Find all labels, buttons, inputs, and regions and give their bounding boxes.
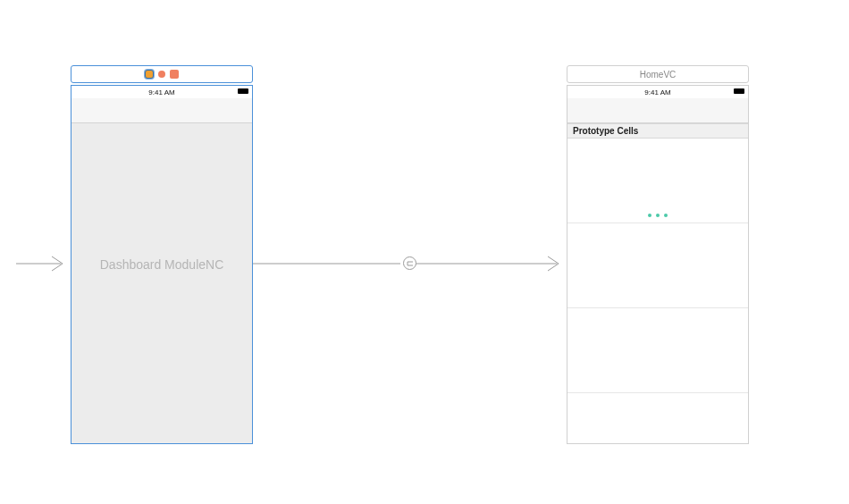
status-bar: 9:41 AM [567, 86, 748, 98]
exit-icon [158, 71, 165, 78]
scene-placeholder-label: Dashboard ModuleNC [100, 257, 224, 272]
first-responder-icon [145, 70, 154, 79]
entry-arrow-icon [16, 250, 71, 277]
prototype-cells-label: Prototype Cells [567, 123, 748, 139]
segue-indicator[interactable] [403, 256, 416, 270]
dashboard-scene[interactable]: 9:41 AM Dashboard ModuleNC [71, 85, 253, 444]
table-prototype-cell[interactable] [567, 139, 748, 223]
navigation-bar [567, 98, 748, 123]
page-control[interactable] [648, 214, 668, 217]
home-vc-scene[interactable]: 9:41 AM Prototype Cells [567, 85, 749, 444]
page-dot-icon [656, 214, 660, 217]
battery-icon [238, 88, 248, 94]
page-dot-icon [664, 214, 668, 217]
scene2-title-label: HomeVC [640, 70, 677, 80]
navigation-bar [71, 98, 252, 123]
battery-icon [734, 88, 744, 94]
table-prototype-cell[interactable] [567, 223, 748, 308]
status-bar: 9:41 AM [71, 86, 252, 98]
page-dot-icon [648, 214, 651, 217]
segue-push-icon [406, 259, 415, 268]
table-prototype-cell[interactable] [567, 308, 748, 393]
storyboard-ref-icon [170, 70, 179, 79]
scene1-header[interactable] [71, 65, 253, 83]
table-view[interactable]: Prototype Cells [567, 123, 748, 443]
status-time: 9:41 AM [148, 88, 174, 97]
status-time: 9:41 AM [644, 88, 670, 97]
scene2-header[interactable]: HomeVC [567, 65, 749, 83]
